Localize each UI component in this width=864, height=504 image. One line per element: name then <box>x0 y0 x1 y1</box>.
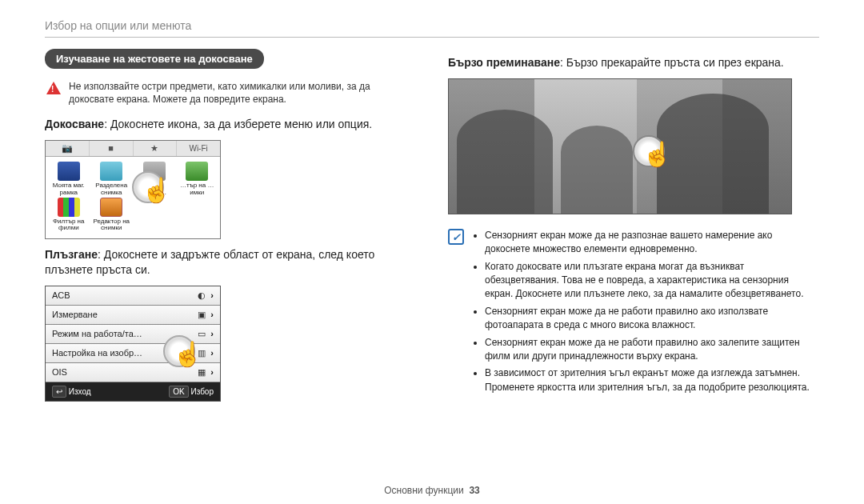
note-item: Сензорният екран може да не разпознае ва… <box>485 229 819 257</box>
left-column: Изучаване на жестовете на докосване ! Не… <box>45 49 416 402</box>
header-divider <box>45 37 819 38</box>
drag-gesture-icon: ☝ <box>163 335 195 367</box>
warning-icon: ! <box>46 82 61 94</box>
app-movie-filter[interactable]: Филтър на филми <box>49 198 89 232</box>
tab-wifi[interactable]: Wi-Fi <box>177 141 220 156</box>
back-label: Изход <box>69 387 91 396</box>
warning-note: ! Не използвайте остри предмети, като хи… <box>46 80 416 106</box>
app-magic-frame[interactable]: Моята маг. рамка <box>49 162 89 196</box>
ok-button[interactable]: OK <box>169 386 188 398</box>
menu-row-acb[interactable]: ACB◐ › <box>46 286 220 306</box>
ok-label: Избор <box>190 387 214 396</box>
note-item: Когато докосвате или плъзгате екрана мог… <box>485 260 819 302</box>
info-icon: ✓ <box>448 229 464 245</box>
swipe-heading: Бързо преминаване: Бързо прекарайте пръс… <box>448 55 819 70</box>
drag-heading: Плъзгане: Докоснете и задръжте област от… <box>45 247 416 278</box>
back-button[interactable]: ↩ <box>52 386 66 398</box>
app-photo-filter[interactable]: …тър на …имки <box>178 162 218 196</box>
page-footer: Основни функции 33 <box>0 485 864 496</box>
warning-text: Не използвайте остри предмети, като хими… <box>69 80 416 106</box>
note-item: В зависимост от зрителния ъгъл екранът м… <box>485 366 819 394</box>
tab-gallery[interactable]: ■ <box>90 141 134 156</box>
tab-star[interactable]: ★ <box>134 141 178 156</box>
swipe-gesture-icon: ☝ <box>633 135 665 167</box>
note-item: Сензорният екран може да не работи прави… <box>485 336 819 364</box>
tab-camera[interactable]: 📷 <box>46 141 90 156</box>
app-split-shot[interactable]: Разделена снимка <box>92 162 132 196</box>
touch-gesture-icon: ☝ <box>132 171 164 203</box>
info-note: ✓ Сензорният екран може да не разпознае … <box>448 229 819 398</box>
right-column: Бързо преминаване: Бързо прекарайте пръс… <box>448 49 819 402</box>
menu-row-metering[interactable]: Измерване▣ › <box>46 306 220 325</box>
touch-heading: Докосване: Докоснете икона, за да избере… <box>45 117 416 132</box>
section-title: Изучаване на жестовете на докосване <box>45 49 264 69</box>
breadcrumb: Избор на опции или менюта <box>45 19 819 32</box>
touch-screenshot: 📷 ■ ★ Wi-Fi Моята маг. рамка Разделена с… <box>45 140 221 239</box>
app-photo-editor[interactable]: Редактор на снимки <box>92 198 132 232</box>
swipe-screenshot: ☝ <box>448 78 792 214</box>
note-item: Сензорният екран може да не работи прави… <box>485 305 819 333</box>
